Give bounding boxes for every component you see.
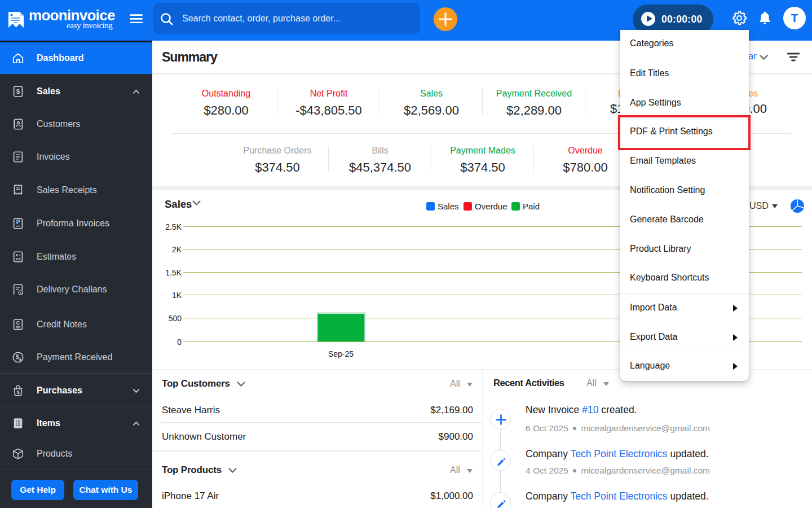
- svg-text:C: C: [16, 319, 20, 326]
- svg-text:$: $: [16, 88, 20, 95]
- svg-text:P: P: [16, 219, 20, 225]
- svg-text:$: $: [16, 353, 19, 360]
- svg-text:$: $: [16, 389, 19, 395]
